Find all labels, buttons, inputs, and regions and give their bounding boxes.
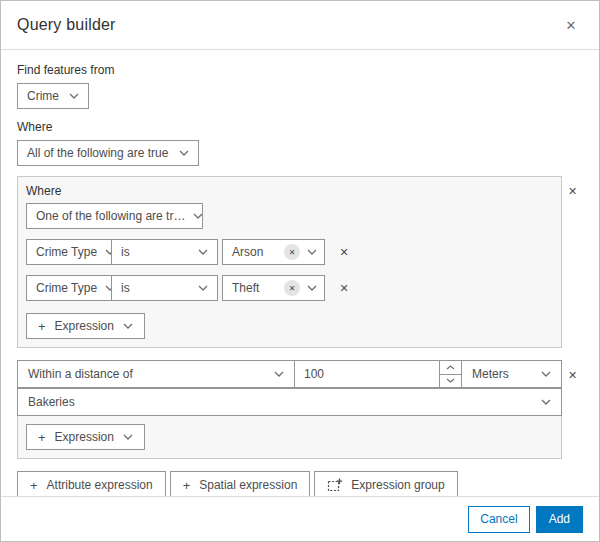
chevron-down-icon <box>307 249 317 255</box>
query-builder-dialog: Query builder ✕ Find features from Crime… <box>0 0 600 542</box>
expression-group-icon <box>327 477 343 493</box>
remove-group-icon[interactable]: ✕ <box>563 365 583 385</box>
spatial-expression-group: Within a distance of <box>17 360 562 459</box>
chevron-down-icon <box>541 371 551 377</box>
plus-icon: + <box>38 430 46 445</box>
remove-expression-icon[interactable]: ✕ <box>334 242 354 262</box>
cancel-button[interactable]: Cancel <box>468 506 529 533</box>
spatial-expression-top-row: Within a distance of <box>17 360 562 388</box>
add-buttons-row: + Attribute expression + Spatial express… <box>17 471 583 496</box>
attribute-expression-group: Where One of the following are tr… Crime… <box>17 176 562 348</box>
group-match-mode-select[interactable]: One of the following are tr… <box>26 203 203 229</box>
clear-value-icon[interactable]: ✕ <box>284 280 300 296</box>
operator-select-value: is <box>121 281 130 295</box>
group-where-label: Where <box>26 184 553 198</box>
field-select-value: Crime Type <box>36 245 97 259</box>
chevron-down-icon <box>274 371 284 377</box>
target-layer-select[interactable]: Bakeries <box>17 388 562 416</box>
expression-group-label: Expression group <box>351 478 444 492</box>
expression-row: Crime Type is Arson <box>26 239 553 265</box>
plus-icon: + <box>30 478 38 493</box>
expression-row: Crime Type is Theft <box>26 275 553 301</box>
distance-stepper <box>439 361 461 387</box>
field-select[interactable]: Crime Type <box>26 239 112 265</box>
dialog-header: Query builder ✕ <box>1 1 599 50</box>
chevron-down-icon <box>541 399 551 405</box>
value-combobox[interactable]: Theft ✕ <box>222 275 325 301</box>
value-combobox-value: Arson <box>232 245 284 259</box>
spatial-expression-layer-row: Bakeries <box>17 388 562 416</box>
field-select[interactable]: Crime Type <box>26 275 112 301</box>
dialog-title: Query builder <box>17 16 116 34</box>
chevron-down-icon <box>123 323 133 329</box>
add-expression-button[interactable]: + Expression <box>26 313 145 339</box>
stepper-down-icon[interactable] <box>440 374 461 388</box>
operator-select[interactable]: is <box>111 275 218 301</box>
dialog-footer: Cancel Add <box>1 496 599 541</box>
units-select[interactable]: Meters <box>461 360 562 388</box>
add-expression-label: Expression <box>55 430 114 444</box>
value-combobox-value: Theft <box>232 281 284 295</box>
remove-expression-icon[interactable]: ✕ <box>334 278 354 298</box>
chevron-down-icon <box>69 93 79 99</box>
plus-icon: + <box>38 319 46 334</box>
distance-input-wrap <box>294 360 462 388</box>
chevron-down-icon <box>179 150 189 156</box>
layer-select-value: Crime <box>27 89 59 103</box>
value-combobox[interactable]: Arson ✕ <box>222 239 325 265</box>
expression-group-row: Where One of the following are tr… Crime… <box>17 176 583 348</box>
distance-input[interactable] <box>295 361 439 387</box>
plus-icon: + <box>183 478 191 493</box>
stepper-up-icon[interactable] <box>440 361 461 374</box>
add-expression-button[interactable]: + Expression <box>26 424 145 450</box>
add-spatial-expression-button[interactable]: + Spatial expression <box>170 471 311 496</box>
close-icon[interactable]: ✕ <box>559 13 583 37</box>
group-match-mode-value: One of the following are tr… <box>36 209 185 223</box>
add-button[interactable]: Add <box>536 506 583 533</box>
units-select-value: Meters <box>472 367 509 381</box>
find-features-label: Find features from <box>17 63 583 77</box>
chevron-down-icon <box>198 249 208 255</box>
chevron-down-icon <box>123 434 133 440</box>
add-spatial-expression-label: Spatial expression <box>199 478 297 492</box>
spatial-operator-value: Within a distance of <box>28 367 133 381</box>
add-expression-group-button[interactable]: Expression group <box>314 471 457 496</box>
operator-select[interactable]: is <box>111 239 218 265</box>
clear-value-icon[interactable]: ✕ <box>284 244 300 260</box>
chevron-down-icon <box>307 285 317 291</box>
target-layer-value: Bakeries <box>28 395 75 409</box>
field-select-value: Crime Type <box>36 281 97 295</box>
layer-select[interactable]: Crime <box>17 83 89 109</box>
where-label: Where <box>17 120 583 134</box>
expression-group-row: Within a distance of <box>17 360 583 459</box>
chevron-down-icon <box>198 285 208 291</box>
add-expression-label: Expression <box>55 319 114 333</box>
spatial-operator-select[interactable]: Within a distance of <box>17 360 295 388</box>
add-attribute-expression-label: Attribute expression <box>47 478 153 492</box>
dialog-body: Find features from Crime Where All of th… <box>1 50 599 496</box>
match-mode-select[interactable]: All of the following are true <box>17 140 199 166</box>
remove-group-icon[interactable]: ✕ <box>563 181 583 201</box>
add-attribute-expression-button[interactable]: + Attribute expression <box>17 471 166 496</box>
chevron-down-icon <box>193 213 203 219</box>
match-mode-value: All of the following are true <box>27 146 168 160</box>
operator-select-value: is <box>121 245 130 259</box>
